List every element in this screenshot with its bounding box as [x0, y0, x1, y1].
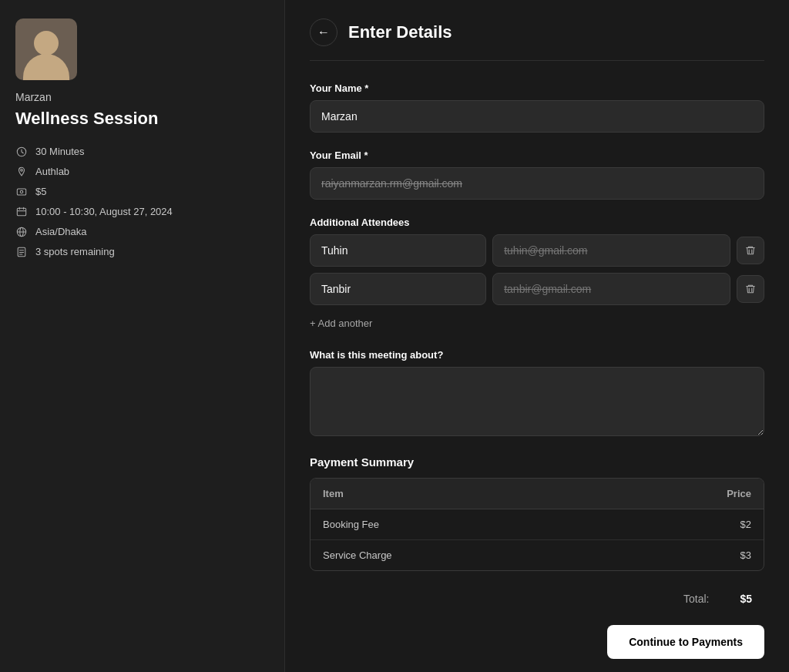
svg-rect-2: [17, 189, 25, 195]
add-another-button[interactable]: + Add another: [310, 314, 372, 332]
sidebar-meta-timezone: Asia/Dhaka: [15, 226, 269, 238]
payment-title: Payment Summary: [310, 455, 764, 469]
main-content: ← Enter Details Your Name * Your Email *…: [285, 0, 789, 672]
attendee-2-email-input[interactable]: [492, 273, 730, 305]
sidebar-duration-text: 30 Minutes: [35, 146, 85, 157]
payment-table-header: Item Price: [311, 479, 764, 509]
payment-total: Total: $5: [310, 583, 764, 608]
attendee-2-name-input[interactable]: [310, 273, 486, 305]
sidebar-spots-text: 3 spots remaining: [35, 246, 115, 257]
sidebar-meta-price: $5: [15, 186, 269, 198]
back-button[interactable]: ←: [310, 18, 337, 46]
payment-row-2: Service Charge $3: [311, 540, 764, 570]
meeting-label: What is this meeting about?: [310, 349, 764, 361]
svg-rect-4: [17, 208, 25, 216]
attendee-1-name-input[interactable]: [310, 234, 486, 267]
avatar: [15, 18, 77, 80]
globe-icon: [15, 226, 28, 238]
svg-point-1: [21, 169, 23, 171]
meeting-textarea[interactable]: [310, 367, 764, 436]
calendar-icon: [15, 206, 28, 218]
attendees-section: Additional Attendees + Add another: [310, 217, 764, 332]
attendee-row-1: [310, 234, 764, 267]
payment-row-1-item: Booking Fee: [323, 519, 379, 530]
email-section: Your Email *: [310, 150, 764, 200]
name-section: Your Name *: [310, 82, 764, 133]
name-label: Your Name *: [310, 82, 764, 94]
sidebar-location-text: Authlab: [35, 166, 69, 177]
sidebar-meta: 30 Minutes Authlab $5: [15, 146, 269, 258]
attendee-1-email-input[interactable]: [492, 234, 730, 267]
page-title: Enter Details: [348, 22, 452, 42]
name-input[interactable]: [310, 100, 764, 133]
sidebar-price-text: $5: [35, 186, 46, 197]
payment-table: Item Price Booking Fee $2 Service Charge…: [310, 478, 764, 571]
sidebar-username: Marzan: [15, 91, 269, 103]
trash-icon-2: [745, 284, 756, 294]
attendees-label: Additional Attendees: [310, 217, 764, 228]
page-header: ← Enter Details: [310, 18, 764, 61]
continue-button-container: Continue to Payments: [310, 625, 764, 667]
sidebar-meta-duration: 30 Minutes: [15, 146, 269, 158]
continue-button[interactable]: Continue to Payments: [607, 625, 764, 659]
document-icon: [15, 246, 28, 258]
email-label: Your Email *: [310, 150, 764, 161]
payment-row-2-price: $3: [740, 549, 751, 561]
sidebar-meta-location: Authlab: [15, 166, 269, 178]
sidebar-meta-datetime: 10:00 - 10:30, August 27, 2024: [15, 206, 269, 218]
attendee-2-delete-button[interactable]: [737, 275, 764, 303]
sidebar-session-title: Wellness Session: [15, 108, 269, 130]
payment-col-price: Price: [727, 488, 751, 499]
money-icon: [15, 186, 28, 198]
trash-icon: [745, 245, 756, 256]
payment-total-label: Total:: [683, 593, 709, 605]
meeting-section: What is this meeting about?: [310, 349, 764, 438]
clock-icon: [15, 146, 28, 158]
email-input[interactable]: [310, 167, 764, 200]
payment-col-item: Item: [323, 488, 344, 499]
attendee-row-2: [310, 273, 764, 305]
attendee-1-delete-button[interactable]: [737, 237, 764, 264]
sidebar: Marzan Wellness Session 30 Minutes: [0, 0, 285, 672]
sidebar-timezone-text: Asia/Dhaka: [35, 226, 86, 237]
sidebar-datetime-text: 10:00 - 10:30, August 27, 2024: [35, 206, 173, 217]
back-arrow-icon: ←: [317, 25, 330, 39]
payment-row-1-price: $2: [740, 519, 751, 530]
svg-point-3: [20, 190, 23, 193]
sidebar-meta-spots: 3 spots remaining: [15, 246, 269, 258]
payment-row-2-item: Service Charge: [323, 549, 392, 561]
payment-section: Payment Summary Item Price Booking Fee $…: [310, 455, 764, 608]
payment-row-1: Booking Fee $2: [311, 509, 764, 540]
payment-total-value: $5: [740, 593, 752, 605]
pin-icon: [15, 166, 28, 178]
